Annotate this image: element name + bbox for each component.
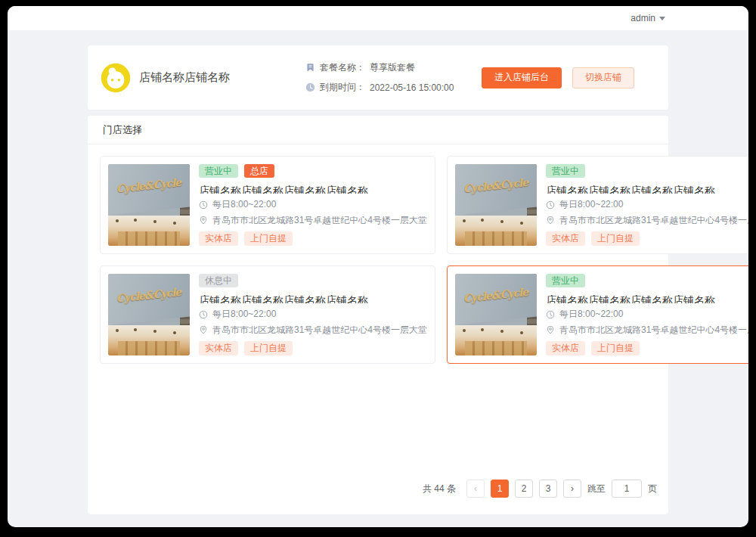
- storefront-sign-text: Cycle&Cycle: [463, 176, 528, 195]
- jump-label: 跳至: [587, 483, 606, 495]
- address-row: 青岛市市北区龙城路31号卓越世纪中心4号楼一层大堂: [546, 326, 748, 334]
- shop-name: 店铺名称店铺名称: [139, 70, 230, 85]
- address-text: 青岛市市北区龙城路31号卓越世纪中心4号楼一层大堂: [559, 326, 748, 334]
- page-button-1[interactable]: 1: [491, 480, 509, 498]
- location-pin-icon: [199, 216, 208, 225]
- caret-down-icon: [659, 17, 665, 20]
- clock-icon: [546, 310, 555, 318]
- jump-suffix: 页: [648, 483, 657, 495]
- store-body: 休息中 店铺名称店铺名称店铺名称店铺名称 每日8:00~22:00 青岛市市北区…: [199, 274, 427, 355]
- package-label: 套餐名称：: [320, 61, 365, 74]
- store-name: 店铺名称店铺名称店铺名称店铺名称: [199, 294, 427, 303]
- storefront-sign-text: Cycle&Cycle: [116, 176, 181, 195]
- store-tag: 上门自提: [244, 231, 293, 246]
- main-content: 店铺名称店铺名称 套餐名称： 尊享版套餐 到期时间：: [88, 45, 668, 514]
- hours-row: 每日8:00~22:00: [199, 310, 427, 318]
- hours-text: 每日8:00~22:00: [559, 200, 623, 209]
- address-row: 青岛市市北区龙城路31号卓越世纪中心4号楼一层大堂: [546, 216, 748, 225]
- shop-brand: 店铺名称店铺名称: [100, 62, 305, 94]
- store-tag: 上门自提: [591, 341, 640, 355]
- hours-row: 每日8:00~22:00: [199, 200, 427, 209]
- tag-row: 实体店 上门自提: [199, 231, 427, 246]
- page-button-2[interactable]: 2: [515, 480, 533, 498]
- clock-icon: [546, 200, 555, 209]
- address-text: 青岛市市北区龙城路31号卓越世纪中心4号楼一层大堂: [212, 326, 427, 334]
- store-name: 店铺名称店铺名称店铺名称店铺名称: [546, 294, 748, 303]
- store-selection-card: 门店选择 Cycle&Cycle 营业中 总店 店铺名称店铺名称店铺名称: [88, 116, 668, 514]
- address-text: 青岛市市北区龙城路31号卓越世纪中心4号楼一层大堂: [559, 216, 748, 225]
- store-card[interactable]: Cycle&Cycle 营业中 店铺名称店铺名称店铺名称店铺名称 每日8:00~…: [447, 156, 748, 254]
- tag-row: 实体店 上门自提: [546, 341, 748, 355]
- expire-value: 2022-05-16 15:00:00: [370, 82, 454, 93]
- hours-row: 每日8:00~22:00: [546, 200, 748, 209]
- store-photo: Cycle&Cycle: [455, 274, 537, 355]
- location-pin-icon: [199, 326, 208, 334]
- status-badge: 营业中: [546, 274, 585, 287]
- package-value: 尊享版套餐: [370, 61, 415, 74]
- store-tag: 实体店: [546, 341, 585, 355]
- package-row: 套餐名称： 尊享版套餐: [305, 61, 482, 74]
- store-card[interactable]: Cycle&Cycle 休息中 店铺名称店铺名称店铺名称店铺名称 每日8:00~…: [100, 265, 435, 364]
- store-cards-grid: Cycle&Cycle 营业中 总店 店铺名称店铺名称店铺名称店铺名称 每日8:…: [88, 144, 668, 364]
- location-pin-icon: [546, 326, 555, 334]
- clock-icon: [199, 310, 208, 318]
- main-store-badge: 总店: [244, 164, 274, 178]
- store-tag: 实体店: [546, 231, 585, 246]
- store-tag: 上门自提: [244, 341, 293, 355]
- enter-shop-admin-button[interactable]: 进入店铺后台: [482, 67, 562, 88]
- hours-row: 每日8:00~22:00: [546, 310, 748, 318]
- status-badge: 营业中: [199, 164, 238, 178]
- store-body: 营业中 店铺名称店铺名称店铺名称店铺名称 每日8:00~22:00 青岛市市北区…: [546, 274, 748, 355]
- topbar: admin: [8, 6, 748, 30]
- store-card[interactable]: Cycle&Cycle 营业中 总店 店铺名称店铺名称店铺名称店铺名称 每日8:…: [100, 156, 435, 254]
- badge-row: 营业中: [546, 274, 748, 287]
- tag-row: 实体店 上门自提: [546, 231, 748, 246]
- status-badge: 休息中: [199, 274, 238, 287]
- plan-info: 套餐名称： 尊享版套餐 到期时间： 2022-05-16 15:00:00: [305, 61, 482, 94]
- header-actions: 进入店铺后台 切换店铺: [482, 67, 668, 88]
- app-window: admin 店铺名称店铺名称: [8, 6, 748, 527]
- store-tag: 实体店: [199, 341, 238, 355]
- hours-text: 每日8:00~22:00: [559, 310, 623, 318]
- clock-filled-icon: [305, 82, 315, 92]
- expire-row: 到期时间： 2022-05-16 15:00:00: [305, 81, 482, 94]
- next-page-button[interactable]: ›: [563, 480, 581, 498]
- section-title: 门店选择: [88, 116, 668, 144]
- store-photo: Cycle&Cycle: [108, 274, 190, 355]
- user-menu[interactable]: admin: [631, 13, 665, 23]
- clock-icon: [199, 200, 208, 209]
- status-badge: 营业中: [546, 164, 585, 178]
- store-tag: 上门自提: [591, 231, 640, 246]
- store-name: 店铺名称店铺名称店铺名称店铺名称: [199, 185, 427, 194]
- badge-row: 营业中 总店: [199, 164, 427, 178]
- store-photo: Cycle&Cycle: [108, 164, 190, 246]
- badge-row: 休息中: [199, 274, 427, 287]
- storefront-sign-text: Cycle&Cycle: [116, 286, 181, 305]
- store-body: 营业中 店铺名称店铺名称店铺名称店铺名称 每日8:00~22:00 青岛市市北区…: [546, 164, 748, 246]
- storefront-sign-text: Cycle&Cycle: [463, 286, 528, 305]
- prev-page-button[interactable]: ‹: [466, 480, 485, 498]
- badge-row: 营业中: [546, 164, 748, 178]
- tag-row: 实体店 上门自提: [199, 341, 427, 355]
- store-body: 营业中 总店 店铺名称店铺名称店铺名称店铺名称 每日8:00~22:00 青岛市…: [199, 164, 427, 246]
- store-name: 店铺名称店铺名称店铺名称店铺名称: [546, 185, 748, 194]
- shop-header-card: 店铺名称店铺名称 套餐名称： 尊享版套餐 到期时间：: [88, 45, 668, 110]
- address-text: 青岛市市北区龙城路31号卓越世纪中心4号楼一层大堂: [212, 216, 427, 225]
- pagination-total: 共 44 条: [423, 483, 456, 495]
- pagination: 共 44 条 ‹ 1 2 3 › 跳至 页: [88, 480, 668, 514]
- switch-shop-button[interactable]: 切换店铺: [572, 67, 634, 88]
- store-tag: 实体店: [199, 231, 238, 246]
- user-menu-label: admin: [631, 13, 655, 23]
- location-pin-icon: [546, 216, 555, 225]
- hours-text: 每日8:00~22:00: [212, 200, 276, 209]
- shop-logo-icon: [100, 62, 132, 94]
- store-card-selected[interactable]: Cycle&Cycle 营业中 店铺名称店铺名称店铺名称店铺名称 每日8:00~…: [447, 265, 748, 364]
- address-row: 青岛市市北区龙城路31号卓越世纪中心4号楼一层大堂: [199, 216, 427, 225]
- address-row: 青岛市市北区龙城路31号卓越世纪中心4号楼一层大堂: [199, 326, 427, 334]
- page-button-3[interactable]: 3: [539, 480, 557, 498]
- jump-page-input[interactable]: [612, 480, 642, 498]
- store-photo: Cycle&Cycle: [455, 164, 537, 246]
- bookmark-icon: [305, 63, 315, 73]
- hours-text: 每日8:00~22:00: [212, 310, 276, 318]
- expire-label: 到期时间：: [320, 81, 365, 94]
